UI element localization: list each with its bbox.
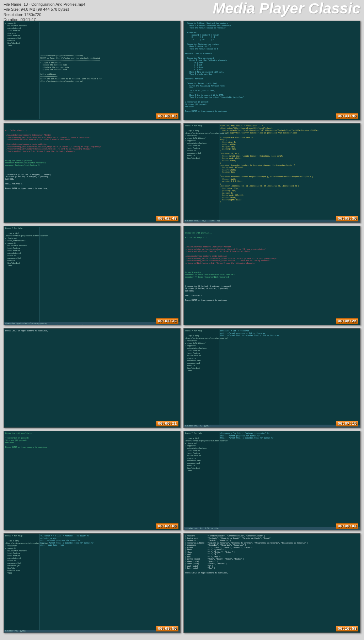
- profile-output: Using the default profile... cucumber fe…: [5, 157, 102, 167]
- sidebar-tree: Press ? for help .. (up a dir) /Users/en…: [184, 124, 219, 222]
- main-content: Using the unit profile... 7 scenarios (7…: [5, 432, 49, 450]
- thumbnail-10[interactable]: Press ? for help .. (up a dir) /Users/en…: [183, 431, 360, 530]
- thumbnail-4[interactable]: Press ? for help .. (up a dir) /Users/en…: [183, 123, 360, 223]
- status-bar: /Users/enrique/projects/cucumber-course …: [4, 322, 180, 325]
- error-output: # 1 failed steps ( ) ./calculator/add-nu…: [5, 130, 102, 153]
- summary-output: 2 scenarios (2 failed, 0 skipped, 1 pass…: [5, 171, 102, 190]
- thumbnail-2[interactable]: Scenario Outline: Subtract two numbers W…: [183, 21, 360, 120]
- status-bar: cucumber.yml AL (yaml): [184, 425, 360, 427]
- main-content: Press ENTER or type command to continue_: [5, 329, 49, 333]
- timestamp-badge: 00:09:04: [336, 523, 358, 529]
- thumbnail-11[interactable]: Press ? for help .. (up a dir) /Users/en…: [4, 533, 181, 633]
- sidebar-tree: Press ? for help .. (up a dir) /Users/en…: [5, 534, 39, 632]
- main-content: /Users/enrique/projects/cucumber-course$…: [39, 22, 176, 119]
- timestamp-badge: 00:03:38: [336, 216, 358, 221]
- timestamp-badge: 00:01:49: [336, 113, 358, 119]
- status-bar: cucumber.yml (yaml): [4, 630, 180, 633]
- sidebar-tree: Press ? for help .. (up a dir) /Users/en…: [184, 329, 219, 427]
- main-content: [39, 227, 176, 324]
- status-bar: cucumber.html 46,L (100) All: [184, 220, 360, 222]
- yaml-content: <% common = "-r lib -r features --no-col…: [39, 534, 176, 632]
- timestamp-badge: 00:05:26: [336, 318, 358, 324]
- thumbnail-6[interactable]: Using the unit profile... # 1 failed ste…: [183, 226, 360, 325]
- thumbnail-8[interactable]: Press ? for help .. (up a dir) /Users/en…: [183, 328, 360, 428]
- timestamp-badge: 00:00:54: [156, 113, 178, 119]
- sidebar-tree: Press ? for help .. (up a dir) /Users/en…: [184, 432, 219, 529]
- timestamp-badge: 00:02:43: [156, 216, 178, 221]
- main-content: Scenario Outline: Subtract two numbers W…: [184, 22, 245, 114]
- timestamp-badge: 00:06:21: [156, 421, 178, 426]
- yaml-content: <% common = "-r lib -r features --no-col…: [219, 432, 356, 529]
- thumbnail-grid: ▸ support/ calculator.feature calculator…: [4, 21, 360, 633]
- sidebar-tree: Press ? for help .. (up a dir) /Users/en…: [5, 227, 39, 324]
- error-output: ./calculator/add-numbers Calculator #Bas…: [185, 244, 277, 265]
- thumbnail-3[interactable]: # 1 failed steps ( ) ./calculator/add-nu…: [4, 123, 181, 223]
- sidebar-tree: ▸ support/ calculator.feature calculator…: [5, 22, 39, 119]
- thumbnail-5[interactable]: Press ? for help .. (up a dir) /Users/en…: [4, 226, 181, 325]
- summary-output: 2 scenarios (2 failed, 0 skipped, 1 pass…: [185, 283, 277, 301]
- app-title: Media Player Classic: [213, 0, 360, 17]
- top-line: Using the unit profile... # 1 failed ste…: [185, 232, 277, 239]
- i18n-table: | feature | "Funcionalidade", "Caracterí…: [184, 534, 309, 575]
- timestamp-badge: 00:08:09: [156, 523, 178, 529]
- timestamp-badge: 00:10:53: [336, 626, 358, 631]
- status-bar: cucumber.yml AL. 1,56 written: [184, 527, 360, 530]
- timestamp-badge: 00:04:32: [156, 318, 178, 324]
- thumbnail-1[interactable]: ▸ support/ calculator.feature calculator…: [4, 21, 181, 120]
- header-bar: File Name: 13 - Configuration And Profil…: [0, 0, 364, 20]
- thumbnail-9[interactable]: Using the unit profile... 7 scenarios (7…: [4, 431, 181, 530]
- thumbnail-7[interactable]: Press ENTER or type command to continue_…: [4, 328, 181, 428]
- timestamp-badge: 00:09:58: [156, 626, 178, 631]
- html-content: <!DOCTYPE html PUBLIC "-//W3C//DTD ... >…: [219, 124, 356, 222]
- yaml-content: default: -r lib -r features unit: --form…: [219, 329, 356, 427]
- thumbnail-12[interactable]: | feature | "Funcionalidade", "Caracterí…: [183, 533, 360, 633]
- profile-output: Using Scenarios cucumber // Basic featur…: [185, 269, 277, 278]
- timestamp-badge: 00:07:15: [336, 421, 358, 426]
